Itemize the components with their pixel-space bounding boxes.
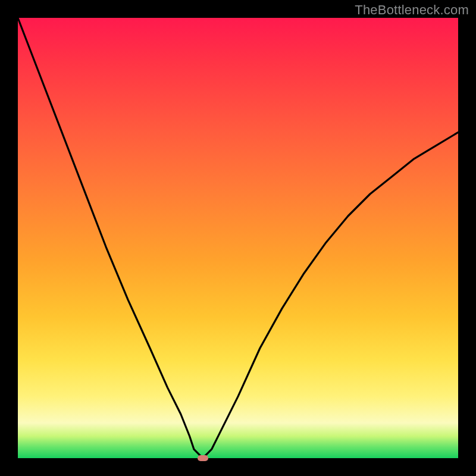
plot-area <box>18 18 458 458</box>
chart-frame: TheBottleneck.com <box>0 0 476 476</box>
watermark-text: TheBottleneck.com <box>355 2 469 18</box>
optimum-marker <box>198 455 208 461</box>
bottleneck-curve <box>18 18 458 458</box>
curve-path <box>18 18 458 458</box>
